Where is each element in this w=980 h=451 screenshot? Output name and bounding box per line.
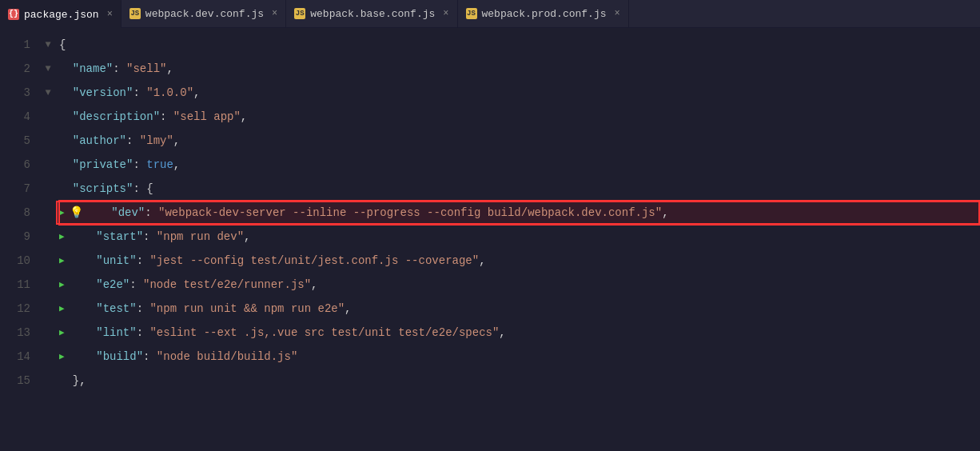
code-line-7: "scripts": { (59, 177, 980, 201)
code-line-6: "private": true, (59, 153, 980, 177)
code-line-1: { (59, 33, 980, 57)
line-num-9: 9 (0, 225, 40, 249)
line-numbers: 123456789101112131415 (0, 28, 40, 451)
run-button-10[interactable]: ▶ (59, 249, 65, 273)
tab-icon-package-json: {} (8, 9, 19, 20)
line-num-14: 14 (0, 345, 40, 369)
gutter: ▼▼▼ (40, 28, 56, 451)
tab-label-webpack-dev: webpack.dev.conf.js (145, 8, 264, 20)
tab-webpack-dev[interactable]: JSwebpack.dev.conf.js× (122, 0, 286, 28)
line-num-1: 1 (0, 33, 40, 57)
code-line-15: }, (59, 369, 980, 393)
code-content-2: "name": "sell", (59, 57, 173, 81)
code-content-14: "build": "node build/build.js" (70, 345, 298, 369)
code-line-10: ▶ "unit": "jest --config test/unit/jest.… (59, 249, 980, 273)
code-line-14: ▶ "build": "node build/build.js" (59, 345, 980, 369)
gutter-1: ▼ (40, 33, 56, 57)
code-content-10: "unit": "jest --config test/unit/jest.co… (70, 249, 486, 273)
run-button-9[interactable]: ▶ (59, 225, 65, 249)
code-line-2: "name": "sell", (59, 57, 980, 81)
line-num-13: 13 (0, 321, 40, 345)
code-content-1: { (59, 33, 66, 57)
line-num-3: 3 (0, 81, 40, 105)
code-content-8: "dev": "webpack-dev-server --inline --pr… (85, 201, 669, 225)
code-line-8: ▶💡 "dev": "webpack-dev-server --inline -… (59, 201, 980, 225)
tab-label-package-json: package.json (24, 9, 99, 21)
tab-webpack-base[interactable]: JSwebpack.base.conf.js× (286, 0, 457, 28)
code-area: { "name": "sell", "version": "1.0.0", "d… (56, 28, 980, 451)
line-num-2: 2 (0, 57, 40, 81)
code-content-13: "lint": "eslint --ext .js,.vue src test/… (70, 321, 506, 345)
tab-icon-webpack-base: JS (294, 8, 305, 19)
line-num-6: 6 (0, 153, 40, 177)
run-button-13[interactable]: ▶ (59, 321, 65, 345)
code-content-7: "scripts": { (59, 177, 153, 201)
run-button-14[interactable]: ▶ (59, 345, 65, 369)
tab-label-webpack-base: webpack.base.conf.js (310, 8, 435, 20)
code-line-11: ▶ "e2e": "node test/e2e/runner.js", (59, 273, 980, 297)
tab-close-webpack-prod[interactable]: × (615, 8, 620, 19)
code-line-9: ▶ "start": "npm run dev", (59, 225, 980, 249)
code-content-15: }, (59, 369, 86, 393)
line-num-12: 12 (0, 297, 40, 321)
run-button-8[interactable]: ▶ (59, 201, 65, 225)
run-button-12[interactable]: ▶ (59, 297, 65, 321)
tab-bar: {}package.json×JSwebpack.dev.conf.js×JSw… (0, 0, 980, 28)
tab-icon-webpack-dev: JS (129, 8, 141, 19)
gutter-15: ▼ (40, 81, 56, 105)
code-content-11: "e2e": "node test/e2e/runner.js", (70, 273, 318, 297)
code-line-5: "author": "lmy", (59, 129, 980, 153)
code-line-3: "version": "1.0.0", (59, 81, 980, 105)
tab-package-json[interactable]: {}package.json× (0, 0, 122, 28)
fold-arrow-15[interactable]: ▼ (40, 81, 56, 105)
tab-webpack-prod[interactable]: JSwebpack.prod.conf.js× (458, 0, 629, 28)
code-content-5: "author": "lmy", (59, 129, 180, 153)
tab-close-package-json[interactable]: × (107, 9, 113, 20)
tab-close-webpack-dev[interactable]: × (272, 8, 277, 19)
fold-arrow-7[interactable]: ▼ (40, 57, 56, 81)
run-button-11[interactable]: ▶ (59, 273, 65, 297)
code-line-13: ▶ "lint": "eslint --ext .js,.vue src tes… (59, 321, 980, 345)
line-num-8: 8 (0, 201, 40, 225)
fold-arrow-1[interactable]: ▼ (40, 33, 56, 57)
code-line-4: "description": "sell app", (59, 105, 980, 129)
code-content-4: "description": "sell app", (59, 105, 247, 129)
line-num-11: 11 (0, 273, 40, 297)
tab-icon-webpack-prod: JS (466, 8, 477, 19)
line-num-4: 4 (0, 105, 40, 129)
code-line-12: ▶ "test": "npm run unit && npm run e2e", (59, 297, 980, 321)
lightbulb-icon-8[interactable]: 💡 (70, 201, 83, 225)
line-num-5: 5 (0, 129, 40, 153)
gutter-7: ▼ (40, 57, 56, 81)
line-num-7: 7 (0, 177, 40, 201)
code-content-9: "start": "npm run dev", (70, 225, 251, 249)
tab-label-webpack-prod: webpack.prod.conf.js (482, 8, 607, 20)
line-num-10: 10 (0, 249, 40, 273)
line-num-15: 15 (0, 369, 40, 393)
code-content-3: "version": "1.0.0", (59, 81, 200, 105)
tab-close-webpack-base[interactable]: × (443, 8, 448, 19)
code-content-6: "private": true, (59, 153, 180, 177)
code-content-12: "test": "npm run unit && npm run e2e", (70, 297, 352, 321)
editor: 123456789101112131415 ▼▼▼ { "name": "sel… (0, 28, 980, 451)
